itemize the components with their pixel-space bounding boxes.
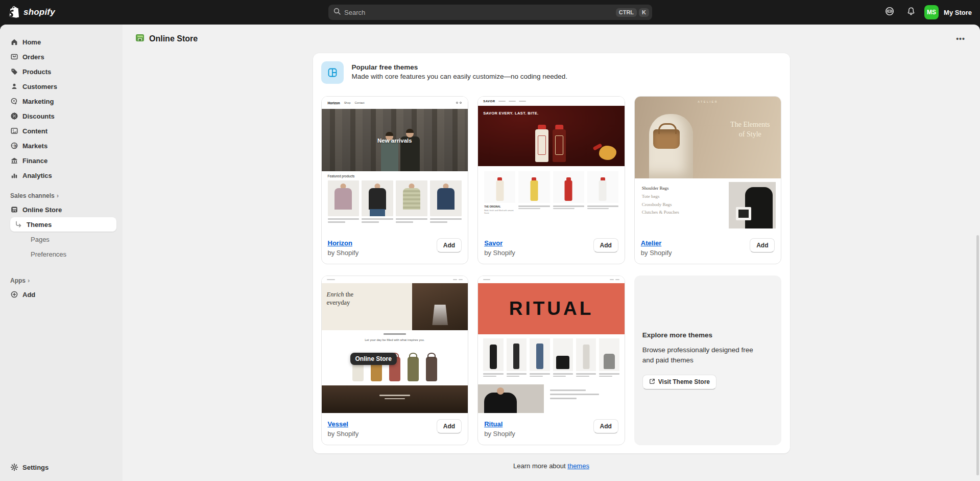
sidebar-item-discounts[interactable]: Discounts	[6, 109, 116, 123]
theme-author: by Shopify	[328, 249, 359, 257]
sidebar-item-pages[interactable]: Pages	[10, 232, 116, 246]
theme-author: by Shopify	[328, 430, 359, 438]
page-more-button[interactable]: •••	[953, 32, 968, 46]
notifications-button[interactable]	[903, 4, 919, 20]
plus-circle-icon	[10, 290, 18, 299]
add-theme-button-ritual[interactable]: Add	[593, 419, 618, 433]
shopify-logo[interactable]: shopify	[8, 6, 55, 19]
chevron-right-icon: ›	[28, 277, 30, 284]
store-avatar: MS	[924, 5, 939, 19]
sidebar-item-home[interactable]: Home	[6, 35, 116, 49]
theme-link-savor[interactable]: Savor	[484, 239, 503, 247]
add-theme-button-vessel[interactable]: Add	[437, 419, 462, 433]
topbar: shopify CTRL K MS My Store	[0, 0, 980, 25]
page-header: Online Store •••	[123, 25, 980, 53]
theme-card-savor: SAVOR SAVOR EVERY. LAST. BITE.	[477, 96, 625, 264]
theme-link-ritual[interactable]: Ritual	[484, 420, 503, 428]
sidekick-button[interactable]	[881, 4, 898, 20]
markets-icon: $	[10, 142, 18, 150]
themes-tile-icon	[321, 61, 344, 84]
atelier-product-photo	[729, 182, 776, 228]
theme-card-horizon: Horizon Shop Contact New arrivals Featur…	[321, 96, 469, 264]
theme-link-vessel[interactable]: Vessel	[328, 420, 349, 428]
apps-header[interactable]: Apps ›	[10, 277, 112, 284]
thumb-nav-icons	[456, 102, 462, 104]
explore-text: Browse professionally designed free and …	[642, 345, 760, 365]
sidekick-icon	[885, 6, 895, 18]
shopify-bag-icon	[8, 6, 20, 19]
sidebar-item-online-store[interactable]: Online Store	[6, 202, 116, 217]
savor-hero-image: SAVOR EVERY. LAST. BITE.	[478, 106, 625, 166]
explore-title: Explore more themes	[642, 331, 774, 339]
search-input[interactable]	[344, 9, 614, 16]
atelier-hero-image: ATELIER The Elements of Style	[635, 97, 781, 178]
content-icon	[10, 127, 18, 135]
sales-channels-header[interactable]: Sales channels ›	[10, 192, 112, 199]
theme-card-atelier: ATELIER The Elements of Style Shoulder B…	[634, 96, 782, 264]
kbd-k: K	[639, 8, 649, 17]
popular-themes-card: Popular free themes Made with core featu…	[313, 53, 790, 453]
sidebar-item-preferences[interactable]: Preferences	[10, 247, 116, 261]
bell-icon	[906, 7, 916, 18]
footer-learn-more: Learn more about themes	[123, 462, 980, 470]
storefront-icon	[10, 205, 18, 214]
page-title: Online Store	[149, 34, 198, 43]
ritual-model-photo	[478, 384, 544, 413]
online-store-channel-icon	[135, 33, 145, 45]
vessel-hero-image: Enrich the everyday	[322, 283, 468, 330]
theme-thumbnail-ritual[interactable]: RITUAL	[478, 276, 625, 413]
sidebar-item-settings[interactable]: Settings	[6, 460, 116, 474]
customers-icon	[10, 82, 18, 90]
add-theme-button-horizon[interactable]: Add	[437, 238, 462, 253]
visit-theme-store-button[interactable]: Visit Theme Store	[642, 375, 716, 390]
theme-thumbnail-savor[interactable]: SAVOR SAVOR EVERY. LAST. BITE.	[478, 97, 625, 232]
theme-card-ritual: RITUAL	[477, 276, 625, 445]
global-search[interactable]: CTRL K	[328, 5, 652, 20]
themes-link[interactable]: themes	[567, 462, 589, 470]
external-link-icon	[649, 378, 655, 386]
shopify-wordmark: shopify	[23, 7, 55, 17]
main-content: Online Store ••• Popular free themes Mad…	[123, 25, 980, 481]
sidebar-item-themes[interactable]: Themes	[10, 217, 116, 232]
section-subtitle: Made with core features you can easily c…	[352, 73, 568, 80]
sidebar-item-finance[interactable]: Finance	[6, 153, 116, 168]
sidebar-item-products[interactable]: Products	[6, 64, 116, 79]
sidebar-item-analytics[interactable]: Analytics	[6, 168, 116, 182]
explore-more-card: Explore more themes Browse professionall…	[634, 276, 782, 445]
chevron-right-icon: ›	[57, 192, 59, 199]
theme-thumbnail-horizon[interactable]: Horizon Shop Contact New arrivals Featur…	[322, 97, 468, 232]
gear-icon	[10, 463, 18, 471]
ellipsis-icon: •••	[956, 35, 965, 43]
theme-card-vessel: Enrich the everyday Let your day be fill…	[321, 276, 469, 445]
finance-icon	[10, 156, 18, 165]
orders-icon	[10, 53, 18, 61]
sidebar-item-marketing[interactable]: Marketing	[6, 94, 116, 108]
sidebar-item-customers[interactable]: Customers	[6, 79, 116, 94]
theme-link-atelier[interactable]: Atelier	[641, 239, 661, 247]
add-theme-button-savor[interactable]: Add	[593, 238, 618, 253]
search-icon	[333, 8, 341, 17]
marketing-icon	[10, 97, 18, 105]
theme-thumbnail-vessel[interactable]: Enrich the everyday Let your day be fill…	[322, 276, 468, 413]
store-menu[interactable]: MS My Store	[924, 5, 972, 19]
theme-author: by Shopify	[641, 249, 672, 257]
analytics-icon	[10, 171, 18, 179]
tag-icon	[10, 67, 18, 76]
horizon-hero-image: New arrivals	[322, 109, 468, 171]
theme-author: by Shopify	[484, 430, 515, 438]
vessel-wood-image	[322, 385, 468, 413]
theme-link-horizon[interactable]: Horizon	[328, 239, 352, 247]
sidebar-item-markets[interactable]: $ Markets	[6, 139, 116, 153]
store-name: My Store	[944, 9, 972, 16]
sidebar-item-add-app[interactable]: Add	[6, 287, 116, 302]
theme-thumbnail-atelier[interactable]: ATELIER The Elements of Style Shoulder B…	[635, 97, 781, 232]
elbow-arrow-icon	[14, 220, 22, 228]
kbd-ctrl: CTRL	[616, 8, 637, 17]
scrollbar[interactable]	[976, 235, 979, 475]
theme-author: by Shopify	[484, 249, 515, 257]
sidebar: Home Orders Products Customers Marketing…	[0, 25, 123, 481]
sidebar-item-orders[interactable]: Orders	[6, 50, 116, 64]
add-theme-button-atelier[interactable]: Add	[750, 238, 775, 253]
ritual-hero-image: RITUAL	[478, 283, 625, 334]
sidebar-item-content[interactable]: Content	[6, 124, 116, 138]
